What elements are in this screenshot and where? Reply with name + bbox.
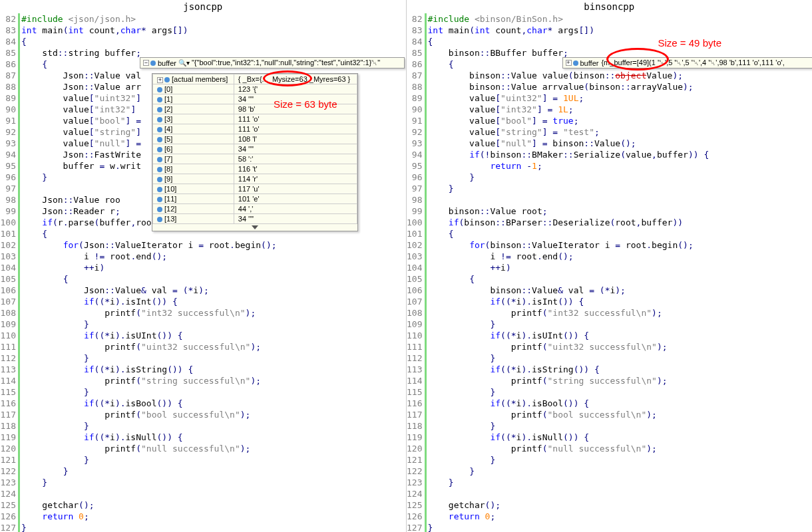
code-line[interactable]: [428, 488, 813, 499]
code-line[interactable]: return 0;: [21, 511, 406, 522]
code-line[interactable]: printf("null successful\n");: [21, 443, 406, 454]
code-line[interactable]: return 0;: [428, 511, 813, 522]
code-line[interactable]: int main(int count,char* args[]): [428, 25, 813, 36]
code-line[interactable]: if((*i).isInt()) {: [428, 296, 813, 307]
code-line[interactable]: if((*i).isString()) {: [428, 364, 813, 375]
code-line[interactable]: value["bool"] = true;: [428, 115, 813, 126]
code-line[interactable]: if((*i).isBool()) {: [428, 398, 813, 409]
code-line[interactable]: }: [21, 352, 406, 364]
code-line[interactable]: printf("uint32 successful\n");: [21, 341, 406, 352]
code-line[interactable]: value["null"] = binson::Value();: [428, 138, 813, 149]
code-line[interactable]: }: [428, 319, 813, 330]
code-line[interactable]: for(binson::ValueIterator i = root.begin…: [428, 239, 813, 251]
debug-array-row[interactable]: [1]34 '"': [153, 94, 357, 104]
code-line[interactable]: {: [428, 273, 813, 285]
code-line[interactable]: value["uint32"] = 1UL;: [428, 92, 813, 104]
right-editor[interactable]: 8283848586878889909192939495969798991001…: [407, 13, 813, 532]
code-line[interactable]: Json::Value& val = (*i);: [21, 285, 406, 296]
code-line[interactable]: [428, 194, 813, 205]
code-line[interactable]: {: [428, 228, 813, 239]
code-line[interactable]: getchar();: [428, 499, 813, 511]
code-line[interactable]: }: [428, 172, 813, 183]
code-line[interactable]: }: [428, 420, 813, 432]
debug-array-row[interactable]: [5]108 'l': [153, 134, 357, 144]
code-line[interactable]: value["int32"] = 1L;: [428, 104, 813, 115]
code-line[interactable]: if((*i).isNull()) {: [428, 432, 813, 443]
debug-array-row[interactable]: [9]114 'r': [153, 174, 357, 184]
code-line[interactable]: }: [428, 454, 813, 466]
code-line[interactable]: printf("bool successful\n");: [21, 409, 406, 420]
code-line[interactable]: printf("int32 successful\n");: [21, 307, 406, 319]
code-line[interactable]: {: [428, 36, 813, 47]
code-line[interactable]: value["string"] = "test";: [428, 126, 813, 138]
code-line[interactable]: #include <json/json.h>: [21, 13, 406, 25]
expand-icon[interactable]: −: [143, 60, 149, 66]
debug-array-row[interactable]: [8]116 't': [153, 164, 357, 174]
code-line[interactable]: binson::Value value(binson::objectValue)…: [428, 70, 813, 81]
code-line[interactable]: printf("null successful\n");: [428, 443, 813, 454]
debug-array-row[interactable]: [2]98 'b': [153, 104, 357, 114]
debug-array-row[interactable]: [7]58 ':': [153, 154, 357, 164]
code-line[interactable]: i != root.end();: [428, 251, 813, 262]
code-line[interactable]: }: [21, 466, 406, 477]
code-line[interactable]: }: [21, 477, 406, 488]
right-debug-tip[interactable]: + buffer {m_buffer=[49](1 '␀',5 '␀',5 '␀…: [562, 57, 813, 68]
code-line[interactable]: i != root.end();: [21, 251, 406, 262]
code-line[interactable]: if((*i).isUInt()) {: [21, 330, 406, 341]
code-line[interactable]: binson::Value arrvalue(binson::arrayValu…: [428, 81, 813, 92]
code-line[interactable]: }: [21, 420, 406, 432]
code-line[interactable]: #include <binson/BinSon.h>: [428, 13, 813, 25]
left-debug-tip-header[interactable]: − buffer 🔍▾ "{"bool":true,"int32":1,"nul…: [140, 57, 405, 68]
code-line[interactable]: printf("uint32 successful\n");: [428, 341, 813, 352]
code-line[interactable]: }: [428, 522, 813, 532]
expand-icon[interactable]: +: [566, 60, 572, 66]
code-line[interactable]: binson::Value root;: [428, 205, 813, 217]
code-line[interactable]: if((*i).isString()) {: [21, 364, 406, 375]
debug-array-row[interactable]: [0]123 '{': [153, 84, 357, 94]
code-line[interactable]: {: [21, 36, 406, 47]
code-line[interactable]: }: [21, 454, 406, 466]
code-line[interactable]: }: [428, 352, 813, 364]
code-line[interactable]: if((*i).isNull()) {: [21, 432, 406, 443]
code-line[interactable]: getchar();: [21, 499, 406, 511]
code-line[interactable]: printf("string successful\n");: [21, 375, 406, 386]
code-line[interactable]: }: [21, 386, 406, 398]
debug-array-row[interactable]: [10]117 'u': [153, 184, 357, 194]
right-code[interactable]: #include <binson/BinSon.h>int main(int c…: [427, 13, 813, 532]
code-line[interactable]: }: [428, 477, 813, 488]
code-line[interactable]: for(Json::ValueIterator i = root.begin()…: [21, 239, 406, 251]
code-line[interactable]: ++i): [428, 262, 813, 273]
code-line[interactable]: printf("string successful\n");: [428, 375, 813, 386]
code-line[interactable]: {: [21, 273, 406, 285]
code-line[interactable]: return -1;: [428, 160, 813, 172]
code-line[interactable]: }: [428, 183, 813, 194]
debug-array-row[interactable]: [11]101 'e': [153, 194, 357, 204]
code-line[interactable]: printf("bool successful\n");: [428, 409, 813, 420]
code-line[interactable]: printf("int32 successful\n");: [428, 307, 813, 319]
code-line[interactable]: if((*i).isBool()) {: [21, 398, 406, 409]
members-row[interactable]: +[actual members] { _Bx={..._Mysize=63 _…: [153, 74, 357, 84]
code-line[interactable]: [21, 488, 406, 499]
code-line[interactable]: if(!binson::BMaker::Serialize(value,buff…: [428, 149, 813, 160]
code-line[interactable]: ++i): [21, 262, 406, 273]
code-line[interactable]: int main(int count,char* args[]): [21, 25, 406, 36]
code-line[interactable]: }: [21, 522, 406, 532]
line-number: 99: [0, 205, 16, 217]
expand-icon[interactable]: +: [157, 77, 163, 83]
magnifier-icon[interactable]: 🔍▾: [178, 59, 190, 66]
more-icon[interactable]: [252, 225, 258, 229]
code-line[interactable]: binson::Value& val = (*i);: [428, 285, 813, 296]
debug-array-row[interactable]: [6]34 '"': [153, 144, 357, 154]
code-line[interactable]: if((*i).isInt()) {: [21, 296, 406, 307]
code-line[interactable]: if(binson::BParser::Deserialize(root,buf…: [428, 217, 813, 228]
code-line[interactable]: }: [428, 466, 813, 477]
code-line[interactable]: }: [21, 319, 406, 330]
debug-array-row[interactable]: [3]111 'o': [153, 114, 357, 124]
debug-array-row[interactable]: [4]111 'o': [153, 124, 357, 134]
left-debug-tip-table[interactable]: +[actual members] { _Bx={..._Mysize=63 _…: [152, 73, 358, 231]
code-line[interactable]: if((*i).isUInt()) {: [428, 330, 813, 341]
array-index: [7]: [153, 154, 234, 164]
code-line[interactable]: }: [428, 386, 813, 398]
debug-array-row[interactable]: [13]34 '"': [153, 214, 357, 224]
debug-array-row[interactable]: [12]44 ',': [153, 204, 357, 214]
